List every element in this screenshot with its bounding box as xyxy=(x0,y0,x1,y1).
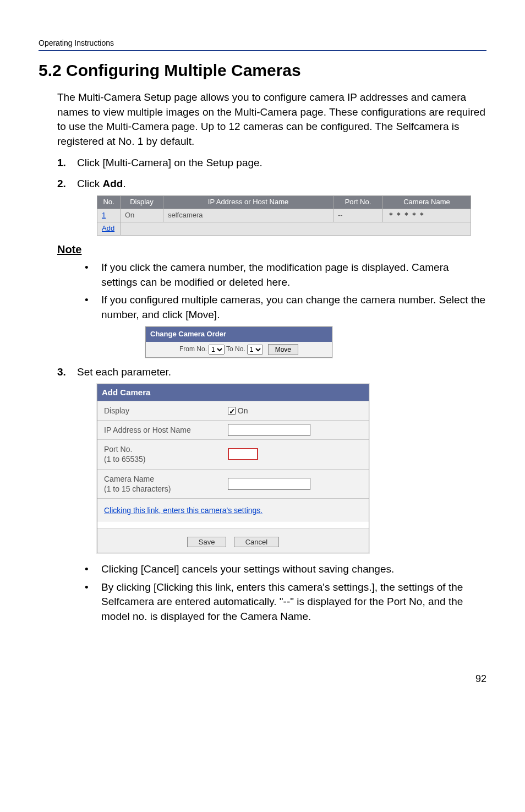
note-bullet-2: If you configured multiple cameras, you … xyxy=(85,293,486,357)
to-select[interactable]: 1 xyxy=(247,345,263,355)
change-order-title: Change Camera Order xyxy=(146,327,332,341)
post-bullet-2: By clicking [Clicking this link, enters … xyxy=(85,580,486,624)
intro-paragraph: The Multi-Camera Setup page allows you t… xyxy=(57,90,486,149)
step-2-prefix: Click xyxy=(77,178,102,189)
move-button[interactable]: Move xyxy=(268,344,298,355)
display-value: On xyxy=(238,405,248,416)
table-row: 1 On selfcamera -- ＊＊＊＊＊ xyxy=(97,209,471,222)
th-display: Display xyxy=(121,196,163,209)
camera-number-link[interactable]: 1 xyxy=(102,211,106,219)
note-bullet-1: If you click the camera number, the modi… xyxy=(85,260,486,290)
ip-label: IP Address or Host Name xyxy=(97,421,222,439)
add-camera-title: Add Camera xyxy=(97,384,369,401)
step-2-bold: Add xyxy=(102,178,123,189)
page-number: 92 xyxy=(39,673,486,685)
th-port: Port No. xyxy=(333,196,383,209)
camera-list-table: No. Display IP Address or Host Name Port… xyxy=(97,195,471,236)
add-camera-link[interactable]: Add xyxy=(102,224,114,232)
change-order-panel: Change Camera Order From No. 1 To No. 1 … xyxy=(145,326,332,357)
camera-name-input[interactable] xyxy=(228,478,310,490)
cell-name: ＊＊＊＊＊ xyxy=(383,209,471,222)
enter-settings-link[interactable]: Clicking this link, enters this camera's… xyxy=(104,506,262,515)
save-button[interactable]: Save xyxy=(187,537,227,547)
ip-input[interactable] xyxy=(228,424,310,436)
from-label: From No. xyxy=(179,345,207,354)
th-ip: IP Address or Host Name xyxy=(163,196,333,209)
cancel-button[interactable]: Cancel xyxy=(234,537,279,547)
port-input[interactable] xyxy=(228,448,258,460)
cell-display: On xyxy=(121,209,163,222)
th-no: No. xyxy=(97,196,121,209)
to-label: To No. xyxy=(226,345,245,354)
cell-ip: selfcamera xyxy=(163,209,333,222)
step-1: Click [Multi-Camera] on the Setup page. xyxy=(57,155,486,171)
step-2: Click Add. No. Display IP Address or Hos… xyxy=(57,176,486,236)
table-row: Add xyxy=(97,222,471,236)
step-3-text: Set each parameter. xyxy=(77,366,171,378)
section-title: 5.2 Configuring Multiple Cameras xyxy=(39,61,486,80)
post-bullet-1: Clicking [Cancel] cancels your settings … xyxy=(85,562,486,577)
camera-name-label: Camera Name (1 to 15 characters) xyxy=(97,470,222,498)
display-checkbox[interactable] xyxy=(228,407,236,415)
from-select[interactable]: 1 xyxy=(209,345,225,355)
step-2-suffix: . xyxy=(123,178,125,189)
add-camera-panel: Add Camera Display On IP Address or Host… xyxy=(97,384,369,553)
note-heading: Note xyxy=(57,243,486,256)
cell-port: -- xyxy=(333,209,383,222)
port-label: Port No. (1 to 65535) xyxy=(97,440,222,468)
step-1-text: Click [Multi-Camera] on the Setup page. xyxy=(77,157,262,168)
th-name: Camera Name xyxy=(383,196,471,209)
running-header: Operating Instructions xyxy=(39,39,486,51)
display-label: Display xyxy=(97,401,222,420)
step-3: Set each parameter. Add Camera Display O… xyxy=(57,364,486,624)
